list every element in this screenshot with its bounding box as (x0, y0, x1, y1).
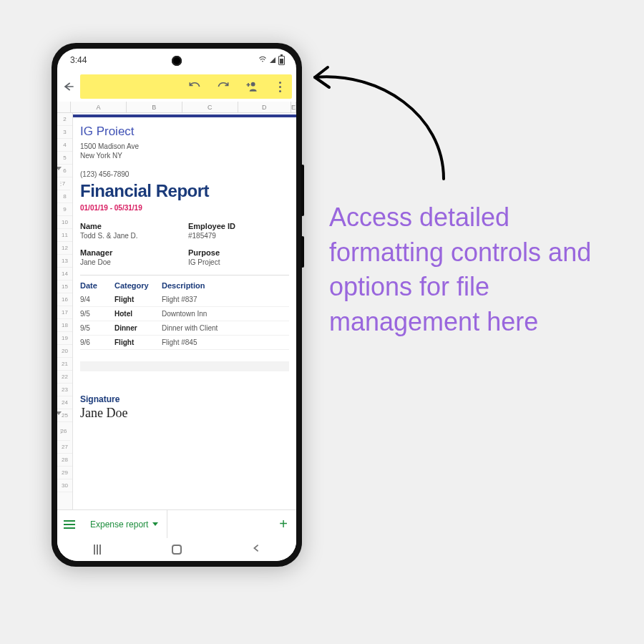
active-sheet-tab[interactable]: Expense report (82, 510, 167, 538)
empid-label: Employee ID (188, 222, 289, 230)
row-header[interactable]: 2 (57, 113, 72, 126)
row-header[interactable]: 26 (57, 422, 70, 441)
camera-hole (172, 56, 182, 66)
col-category-header: Category (114, 281, 157, 290)
row-header[interactable]: 11 (57, 229, 72, 242)
row-header[interactable]: 3 (57, 126, 72, 139)
header-accent-bar (73, 114, 296, 117)
undo-icon[interactable] (187, 79, 202, 94)
svg-point-0 (251, 82, 255, 87)
col-header[interactable]: C (182, 102, 238, 113)
report-title: Financial Report (80, 181, 289, 201)
table-row: 9/5DinnerDinner with Client (80, 321, 289, 336)
callout-text: Access detailed formatting controls and … (329, 200, 615, 339)
row-header[interactable]: 27 (57, 441, 72, 454)
row-header[interactable]: 22 (57, 371, 72, 384)
table-row: 9/6FlightFlight #845 (80, 336, 289, 350)
row-header[interactable]: 18 (57, 319, 72, 332)
row-header[interactable]: 4 (57, 139, 72, 152)
table-row: 9/5HotelDowntown Inn (80, 307, 289, 321)
signal-icon (270, 57, 275, 63)
more-icon[interactable] (273, 80, 286, 93)
battery-icon (278, 56, 285, 65)
row-header[interactable]: 14 (57, 268, 72, 280)
android-nav-bar (57, 538, 296, 561)
all-sheets-icon[interactable] (57, 520, 82, 529)
row-header[interactable]: 16 (57, 293, 72, 306)
empid-value: #185479 (188, 232, 289, 240)
expense-category: Flight (114, 338, 157, 346)
row-header[interactable]: 10 (57, 216, 72, 229)
summary-band (80, 361, 289, 371)
expense-category: Dinner (114, 324, 157, 332)
col-date-header: Date (80, 281, 110, 290)
row-header[interactable]: 21 (57, 358, 72, 371)
row-header[interactable]: 17 (57, 306, 72, 319)
phone-frame: 3:44 (52, 43, 302, 567)
expense-date: 9/5 (80, 310, 110, 318)
name-label: Name (80, 222, 181, 230)
expense-description: Dinner with Client (162, 324, 289, 332)
add-sheet-button[interactable]: + (270, 516, 296, 532)
purpose-value: IG Project (188, 258, 289, 266)
table-row: 9/4FlightFlight #837 (80, 293, 289, 307)
volume-button (301, 165, 304, 216)
expense-description: Downtown Inn (162, 310, 289, 318)
company-phone: (123) 456-7890 (80, 170, 289, 178)
row-header[interactable]: 8 (57, 190, 72, 203)
row-header[interactable]: 24 (57, 396, 72, 409)
address-line2: New York NY (80, 151, 289, 160)
status-time: 3:44 (70, 55, 87, 65)
wifi-icon (258, 55, 267, 66)
power-button (301, 236, 304, 268)
col-description-header: Description (162, 281, 289, 290)
expense-date: 9/6 (80, 338, 110, 346)
phone-screen: 3:44 (57, 49, 296, 561)
row-header[interactable]: 9 (57, 203, 72, 216)
name-value: Todd S. & Jane D. (80, 232, 181, 240)
app-toolbar (57, 72, 296, 102)
row-header[interactable]: 5 (57, 152, 72, 165)
row-header[interactable]: 7 (57, 177, 70, 190)
row-header[interactable]: 12 (57, 242, 72, 255)
expense-date: 9/5 (80, 324, 110, 332)
row-header[interactable]: 29 (57, 467, 72, 479)
col-header[interactable]: A (71, 102, 127, 113)
expense-table: Date Category Description 9/4FlightFligh… (80, 281, 289, 350)
expense-category: Hotel (114, 310, 157, 318)
manager-label: Manager (80, 248, 181, 257)
signature-label: Signature (80, 394, 289, 404)
col-header[interactable]: E (291, 102, 296, 113)
expense-category: Flight (114, 296, 157, 303)
col-header[interactable]: B (127, 102, 182, 113)
company-name: IG Proiect (80, 125, 289, 139)
row-header[interactable]: 6 (57, 165, 72, 177)
address-line1: 1500 Madison Ave (80, 142, 289, 151)
row-header[interactable]: 30 (57, 479, 72, 492)
manager-value: Jane Doe (80, 258, 181, 266)
row-header[interactable]: 25 (57, 409, 72, 422)
sheet-tabs-bar: Expense report + (57, 509, 296, 538)
row-header[interactable]: 13 (57, 255, 72, 268)
nav-recent-icon[interactable] (92, 545, 102, 555)
row-header[interactable]: 28 (57, 454, 72, 467)
add-person-icon[interactable] (245, 79, 259, 94)
column-headers: A B C D E (57, 102, 296, 113)
date-range: 01/01/19 - 05/31/19 (80, 204, 289, 212)
col-header[interactable]: D (238, 102, 291, 113)
back-icon[interactable] (62, 79, 76, 94)
nav-back-icon[interactable] (251, 543, 261, 556)
toolbar-highlight (80, 74, 292, 99)
document-content[interactable]: IG Proiect 1500 Madison Ave New York NY … (73, 113, 296, 509)
row-header[interactable]: 23 (57, 384, 72, 396)
expense-date: 9/4 (80, 296, 110, 303)
row-headers: 2345678910111213141516171819202122232425… (57, 113, 73, 509)
row-header[interactable]: 20 (57, 345, 72, 358)
redo-icon[interactable] (216, 79, 230, 94)
divider (80, 275, 289, 275)
chevron-down-icon (152, 522, 158, 526)
row-header[interactable]: 19 (57, 332, 72, 345)
row-header[interactable]: 15 (57, 280, 72, 293)
callout-arrow (293, 57, 458, 193)
nav-home-icon[interactable] (172, 545, 182, 555)
